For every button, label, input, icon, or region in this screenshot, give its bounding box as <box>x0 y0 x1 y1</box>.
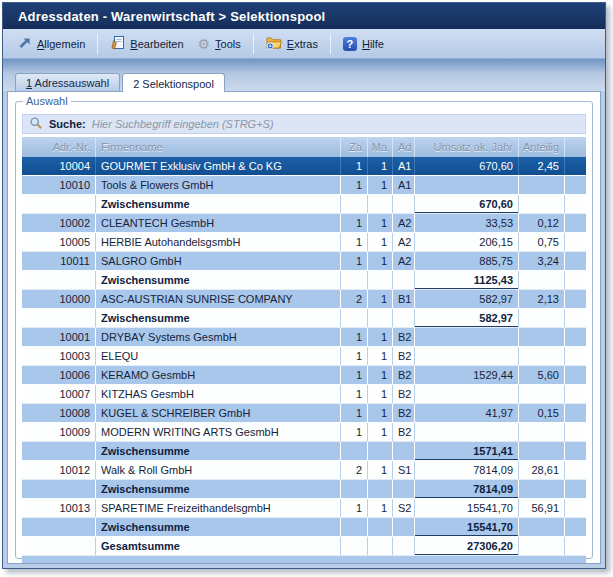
cell-umsatz: 885,75 <box>415 252 519 270</box>
cell-ma: 1 <box>368 214 393 232</box>
table-row-sum[interactable]: Zwischensumme1125,43 <box>22 271 586 290</box>
table-row[interactable]: 10007KITZHAS GesmbH11B2 <box>22 385 586 404</box>
toolbar-separator <box>253 34 254 54</box>
cell-firma: Tools & Flowers GmbH <box>96 176 341 194</box>
tab-selektionspool[interactable]: 2 Selektionspool <box>122 73 225 92</box>
cell-firma: Zwischensumme <box>96 442 341 460</box>
cell-ad <box>393 518 415 536</box>
table-row[interactable]: 10008KUGEL & SCHREIBER GmbH11B241,970,15 <box>22 404 586 423</box>
cell-adrnr: 10002 <box>22 214 96 232</box>
cell-fill <box>565 461 586 479</box>
cell-anteilig <box>519 423 565 441</box>
cell-firma: Zwischensumme <box>96 309 341 327</box>
cell-fill <box>565 404 586 422</box>
cell-anteilig: 2,45 <box>519 157 565 175</box>
cell-za <box>341 309 368 327</box>
cell-anteilig: 56,91 <box>519 499 565 517</box>
table-row-sum[interactable]: Zwischensumme15541,70 <box>22 518 586 537</box>
cell-adrnr: 10012 <box>22 461 96 479</box>
table-row[interactable]: 10003ELEQU11B2 <box>22 347 586 366</box>
cell-fill <box>565 195 586 213</box>
table-row-sum[interactable]: Zwischensumme670,60 <box>22 195 586 214</box>
cell-ma <box>368 309 393 327</box>
cell-firma: Zwischensumme <box>96 480 341 498</box>
cell-umsatz: 7814,09 <box>415 480 519 498</box>
cell-fill <box>565 423 586 441</box>
cell-ma: 1 <box>368 233 393 251</box>
toolbar-button-extras[interactable]: Extras <box>259 32 325 55</box>
cell-adrnr: 10007 <box>22 385 96 403</box>
cell-firma: GOURMET Exklusiv GmbH & Co KG <box>96 157 341 175</box>
cell-za: 1 <box>341 347 368 365</box>
cell-adrnr: 10006 <box>22 366 96 384</box>
table-row-sum[interactable]: Zwischensumme7814,09 <box>22 480 586 499</box>
cell-ad <box>393 537 415 555</box>
cell-firma: Zwischensumme <box>96 271 341 289</box>
tab-panel: Auswahl Suche: Adr.-Nr.FirmennameZaMaAdU… <box>7 91 601 564</box>
header-cell-ad[interactable]: Ad <box>393 137 415 157</box>
cell-ad <box>393 271 415 289</box>
cell-fill <box>565 157 586 175</box>
cell-umsatz: 670,60 <box>415 195 519 213</box>
search-input[interactable] <box>92 118 579 130</box>
cell-ma <box>368 518 393 536</box>
table-row[interactable]: 10004GOURMET Exklusiv GmbH & Co KG11A167… <box>22 157 586 176</box>
header-cell-za[interactable]: Za <box>341 137 368 157</box>
table-row[interactable]: 10001DRYBAY Systems GesmbH11B2 <box>22 328 586 347</box>
cell-firma: Walk & Roll GmbH <box>96 461 341 479</box>
tab-adressauswahl[interactable]: 1 Adressauswahl <box>15 73 120 91</box>
header-cell-adrnr[interactable]: Adr.-Nr. <box>22 137 96 157</box>
table-row[interactable]: 10002CLEANTECH GesmbH11A233,530,12 <box>22 214 586 233</box>
cell-za <box>341 537 368 555</box>
search-bar[interactable]: Suche: <box>22 114 586 134</box>
window-titlebar[interactable]: Adressdaten - Warenwirtschaft > Selektio… <box>3 3 605 29</box>
cell-adrnr: 10003 <box>22 347 96 365</box>
app-window: Adressdaten - Warenwirtschaft > Selektio… <box>2 2 606 569</box>
toolbar-button-tools[interactable]: ⚙ Tools <box>191 34 248 54</box>
table-row[interactable]: 10000ASC-AUSTRIAN SUNRISE COMPANY21B1582… <box>22 290 586 309</box>
cell-umsatz <box>415 385 519 403</box>
table-row[interactable]: 10010Tools & Flowers GmbH11A1 <box>22 176 586 195</box>
cell-za: 1 <box>341 233 368 251</box>
cell-firma: ELEQU <box>96 347 341 365</box>
cell-anteilig <box>519 176 565 194</box>
cell-firma: HERBIE AutohandelsgsmbH <box>96 233 341 251</box>
toolbar-button-hilfe[interactable]: ? Hilfe <box>336 34 391 54</box>
table-row-sum[interactable]: Gesamtsumme27306,20 <box>22 537 586 556</box>
cell-ma: 1 <box>368 385 393 403</box>
cell-ma <box>368 537 393 555</box>
cell-ad: A2 <box>393 233 415 251</box>
cell-ad: B2 <box>393 423 415 441</box>
cell-fill <box>565 499 586 517</box>
table-row[interactable]: 10012Walk & Roll GmbH21S17814,0928,61 <box>22 461 586 480</box>
cell-ma <box>368 442 393 460</box>
table-row-sum[interactable]: Zwischensumme1571,41 <box>22 442 586 461</box>
table-row[interactable]: 10005HERBIE AutohandelsgsmbH11A2206,150,… <box>22 233 586 252</box>
table-row-sum[interactable]: Zwischensumme582,97 <box>22 309 586 328</box>
cell-anteilig <box>519 195 565 213</box>
toolbar-button-allgemein[interactable]: Allgemein <box>11 33 92 54</box>
cell-ad: S2 <box>393 499 415 517</box>
table-row[interactable]: 10006KERAMO GesmbH11B21529,445,60 <box>22 366 586 385</box>
header-cell-firma[interactable]: Firmenname <box>96 137 341 157</box>
table-header: Adr.-Nr.FirmennameZaMaAdUmsatz ak. JahrA… <box>22 137 586 157</box>
cell-umsatz: 1529,44 <box>415 366 519 384</box>
cell-adrnr: 10011 <box>22 252 96 270</box>
cell-anteilig <box>519 442 565 460</box>
cell-adrnr: 10004 <box>22 157 96 175</box>
cell-umsatz: 1125,43 <box>415 271 519 289</box>
cell-ma: 1 <box>368 328 393 346</box>
cell-za: 1 <box>341 214 368 232</box>
table-row[interactable]: 10011SALGRO GmbH11A2885,753,24 <box>22 252 586 271</box>
header-cell-anteilig[interactable]: Anteilig <box>519 137 565 157</box>
header-cell-umsatz[interactable]: Umsatz ak. Jahr <box>415 137 519 157</box>
cell-ma: 1 <box>368 423 393 441</box>
table-row[interactable]: 10013SPARETIME FreizeithandelsgmbH11S215… <box>22 499 586 518</box>
toolbar-button-bearbeiten[interactable]: Bearbeiten <box>103 32 190 55</box>
header-cell-ma[interactable]: Ma <box>368 137 393 157</box>
cell-anteilig <box>519 480 565 498</box>
cell-fill <box>565 366 586 384</box>
cell-adrnr: 10001 <box>22 328 96 346</box>
table-row[interactable]: 10009MODERN WRITING ARTS GesmbH11B2 <box>22 423 586 442</box>
cell-ad: B2 <box>393 366 415 384</box>
